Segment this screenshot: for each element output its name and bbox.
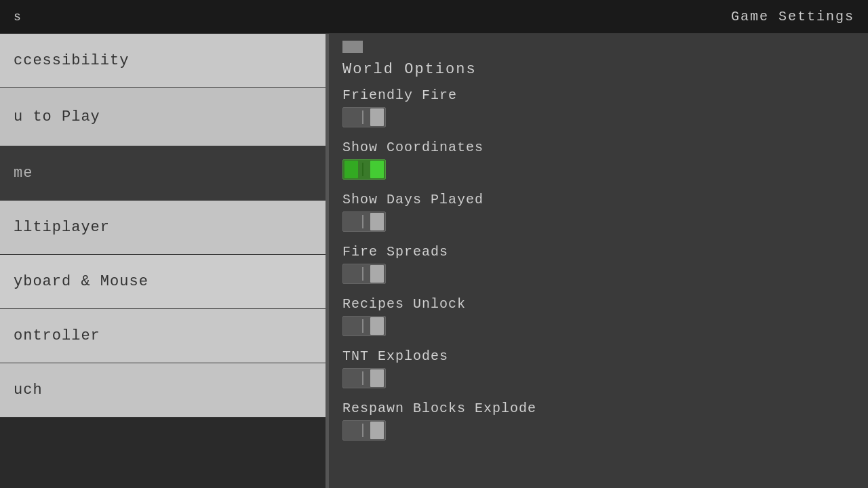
setting-label-friendly-fire: Friendly Fire: [342, 87, 854, 103]
sidebar-item-controller[interactable]: ontroller: [0, 309, 326, 363]
sidebar-item-label: yboard & Mouse: [14, 273, 149, 290]
toggle-divider: [362, 163, 363, 176]
toggle-track: [343, 212, 385, 231]
content-panel: World Options Friendly Fire Show Coordin…: [329, 34, 868, 488]
toggle-divider: [362, 215, 363, 228]
toggle-recipes-unlock[interactable]: [342, 316, 386, 336]
setting-fire-spreads: Fire Spreads: [342, 244, 854, 284]
toggle-track: [343, 160, 385, 179]
toggle-respawn-blocks-explode[interactable]: [342, 420, 386, 441]
toggle-divider: [362, 319, 363, 333]
toggle-container-recipes-unlock: [342, 316, 854, 336]
sidebar-item-how-to-play[interactable]: u to Play: [0, 88, 326, 146]
sidebar-item-label: lltiplayer: [14, 219, 110, 236]
toggle-show-days-played[interactable]: [342, 211, 386, 232]
toggle-container-show-coordinates: [342, 159, 854, 180]
toggle-thumb: [370, 108, 384, 126]
page-title: Game Settings: [731, 9, 854, 24]
setting-respawn-blocks-explode: Respawn Blocks Explode: [342, 401, 854, 441]
setting-label-show-days-played: Show Days Played: [342, 192, 854, 207]
toggle-divider: [362, 371, 363, 385]
toggle-divider: [362, 424, 363, 437]
sidebar-item-label: ontroller: [14, 327, 100, 344]
header-bar: s Game Settings: [0, 0, 868, 34]
header-left-text: s: [14, 10, 22, 24]
toggle-thumb-left: [344, 161, 358, 178]
toggle-thumb: [370, 213, 384, 230]
setting-tnt-explodes: TNT Explodes: [342, 348, 854, 388]
toggle-thumb: [370, 265, 384, 283]
toggle-track: [343, 108, 385, 127]
setting-label-fire-spreads: Fire Spreads: [342, 244, 854, 260]
toggle-container-friendly-fire: [342, 107, 854, 127]
toggle-show-coordinates[interactable]: [342, 159, 386, 180]
sidebar-item-multiplayer[interactable]: lltiplayer: [0, 201, 326, 255]
toggle-thumb: [370, 317, 384, 335]
setting-show-coordinates: Show Coordinates: [342, 140, 854, 180]
main-content: ccessibility u to Play me lltiplayer ybo…: [0, 34, 868, 488]
setting-label-recipes-unlock: Recipes Unlock: [342, 296, 854, 312]
toggle-friendly-fire[interactable]: [342, 107, 386, 127]
setting-recipes-unlock: Recipes Unlock: [342, 296, 854, 336]
toggle-track: [343, 421, 385, 440]
setting-show-days-played: Show Days Played: [342, 192, 854, 232]
toggle-container-show-days-played: [342, 211, 854, 232]
section-title: World Options: [342, 61, 854, 78]
sidebar-item-label: me: [14, 165, 33, 182]
setting-label-tnt-explodes: TNT Explodes: [342, 348, 854, 364]
sidebar: ccessibility u to Play me lltiplayer ybo…: [0, 34, 326, 488]
sidebar-item-label: uch: [14, 382, 43, 399]
toggle-track: [343, 369, 385, 388]
toggle-track: [343, 264, 385, 283]
toggle-tnt-explodes[interactable]: [342, 368, 386, 388]
toggle-track: [343, 317, 385, 336]
setting-label-show-coordinates: Show Coordinates: [342, 140, 854, 155]
sidebar-item-touch[interactable]: uch: [0, 363, 326, 418]
sidebar-item-game[interactable]: me: [0, 146, 326, 201]
sidebar-item-label: u to Play: [14, 108, 100, 125]
toggle-container-fire-spreads: [342, 264, 854, 284]
toggle-container-respawn-blocks-explode: [342, 420, 854, 441]
sidebar-item-label: ccessibility: [14, 52, 129, 69]
toggle-container-tnt-explodes: [342, 368, 854, 388]
content-top-bar: [342, 41, 363, 53]
sidebar-item-accessibility[interactable]: ccessibility: [0, 34, 326, 88]
toggle-divider: [362, 110, 363, 124]
setting-friendly-fire: Friendly Fire: [342, 87, 854, 127]
sidebar-item-keyboard-mouse[interactable]: yboard & Mouse: [0, 255, 326, 309]
toggle-thumb: [370, 369, 384, 387]
toggle-divider: [362, 267, 363, 281]
setting-label-respawn-blocks-explode: Respawn Blocks Explode: [342, 401, 854, 416]
toggle-thumb-right: [370, 161, 384, 178]
toggle-thumb: [370, 422, 384, 439]
toggle-fire-spreads[interactable]: [342, 264, 386, 284]
